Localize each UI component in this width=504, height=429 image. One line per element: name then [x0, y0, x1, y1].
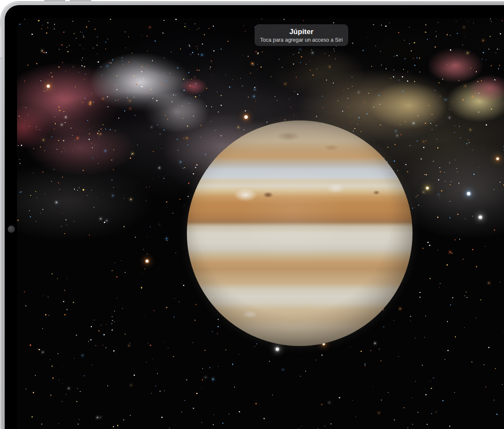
tooltip-title: Júpiter	[289, 28, 314, 36]
bright-star	[496, 157, 499, 160]
tooltip-subtitle: Toca para agregar un acceso a Siri	[260, 37, 343, 43]
bright-star	[426, 187, 429, 189]
bright-star	[276, 348, 279, 351]
top-side-button[interactable]	[0, 27, 3, 58]
bright-star	[47, 85, 50, 88]
front-camera-icon	[8, 226, 15, 233]
planet-jupiter[interactable]	[187, 120, 412, 346]
bright-star	[467, 192, 470, 195]
bright-star	[146, 260, 149, 263]
ar-space-screen[interactable]: Júpiter Toca para agregar un acceso a Si…	[17, 18, 504, 429]
ipad-device: Júpiter Toca para agregar un acceso a Si…	[0, 0, 504, 429]
siri-shortcut-tooltip[interactable]: Júpiter Toca para agregar un acceso a Si…	[255, 24, 348, 46]
bright-star	[479, 216, 482, 219]
bright-star	[244, 115, 248, 119]
